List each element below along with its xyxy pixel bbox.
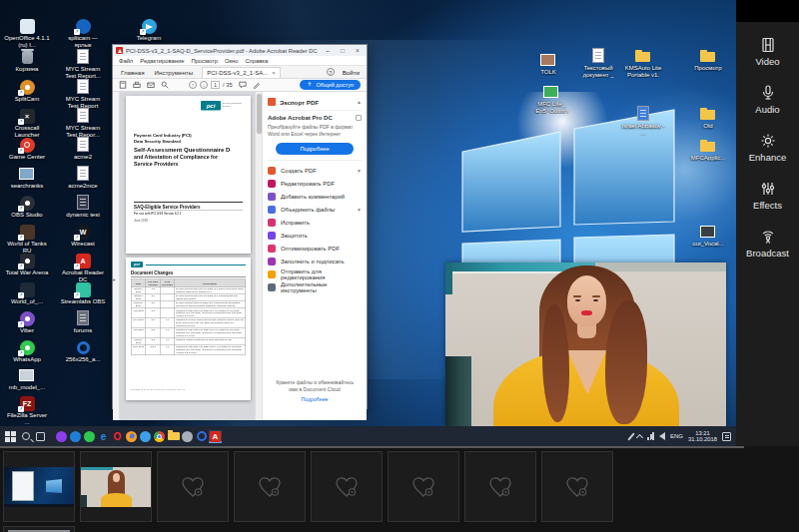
taskbar-search-icon[interactable] <box>22 432 30 440</box>
tab-document[interactable]: PCI-DSS-v3_2_1-SA... × <box>202 67 281 78</box>
desktop-icon[interactable]: acme2 <box>60 137 106 161</box>
desktop-icon[interactable]: ↗Telegram <box>126 18 172 42</box>
desktop-icon[interactable]: Текстовый документ _ <box>575 48 621 78</box>
close-button[interactable]: × <box>352 47 364 54</box>
desktop-icon[interactable]: OpenOffice 4.1.1 (ru) I... <box>4 18 50 48</box>
desktop-icon[interactable]: dynamic test <box>60 195 106 219</box>
desktop-icon[interactable]: Israel Abbasov - ... <box>620 106 666 136</box>
preset-cell-5-empty[interactable] <box>311 451 383 522</box>
desktop-icon[interactable]: ↗SplitCam <box>4 79 50 103</box>
sidebar-item-broadcast[interactable]: Broadcast <box>736 228 799 259</box>
acrobat-titlebar[interactable]: PCI-DSS-v3_2_1-SAQ-D_ServiceProvider.pdf… <box>113 45 367 56</box>
desktop-icon[interactable]: Корзина <box>4 49 50 73</box>
preset-cell-7-empty[interactable] <box>464 451 536 522</box>
tool-row[interactable]: Заполнить и подписать <box>268 255 362 267</box>
desktop-icon[interactable]: acme2mce <box>60 166 106 190</box>
share-button[interactable]: Общий доступ <box>300 80 361 90</box>
desktop-icon[interactable]: ↗Total War Arena <box>4 253 50 276</box>
desktop-icon[interactable]: ↗World of Tanks RU <box>4 224 50 254</box>
taskbar-app-firefox[interactable] <box>125 430 138 443</box>
webcam-overlay[interactable] <box>445 263 726 426</box>
desktop-icon[interactable]: searchranks <box>4 166 50 190</box>
desktop-icon[interactable]: 256x256_a... <box>60 339 106 363</box>
taskbar-app-chrome[interactable] <box>153 430 166 443</box>
main-video-preview[interactable]: OpenOffice 4.1.1 (ru) I...↗splitcam — яр… <box>0 0 736 446</box>
taskbar-app-loader[interactable] <box>195 430 208 443</box>
preset-cell-6-empty[interactable] <box>388 451 459 522</box>
desktop-icon[interactable]: ↗Viber <box>4 310 50 334</box>
desktop-icon[interactable]: MFC Life_ Ep5_Outing <box>528 84 574 114</box>
maximize-button[interactable]: □ <box>337 47 349 54</box>
save-icon[interactable] <box>119 81 127 89</box>
desktop-icon[interactable]: out_Vocal... <box>685 224 731 248</box>
start-button[interactable] <box>5 431 16 442</box>
menu-item[interactable]: Редактирование <box>140 58 184 64</box>
preset-cell-2-webcam[interactable] <box>80 451 152 522</box>
comment-icon[interactable] <box>239 81 247 89</box>
desktop-icon[interactable]: MYC Stream Test Report... <box>60 49 106 79</box>
desktop-icon[interactable]: A↗Acrobat Reader DC <box>60 253 106 282</box>
preset-cell-partial[interactable] <box>3 526 75 532</box>
tool-row[interactable]: Редактировать PDF <box>268 177 362 190</box>
task-view-icon[interactable] <box>36 432 45 441</box>
taskbar-app-gameloop[interactable] <box>55 430 68 443</box>
pen-tray-icon[interactable] <box>628 432 635 440</box>
tab-tools[interactable]: Инструменты <box>154 67 195 78</box>
page-number-input[interactable]: 1 <box>211 81 220 89</box>
taskbar-app-opera[interactable]: O <box>111 430 124 443</box>
tool-row[interactable]: Создать PDF▼ <box>268 164 362 177</box>
help-icon[interactable]: ? <box>327 68 335 76</box>
tab-home[interactable]: Главная <box>120 67 146 78</box>
taskbar-app-app-blue[interactable] <box>69 430 82 443</box>
tool-row[interactable]: Защитить <box>268 229 362 242</box>
desktop-icon[interactable]: Просмотр <box>685 48 731 72</box>
desktop-icon[interactable]: TOLK <box>525 52 571 76</box>
taskbar-app-explorer[interactable] <box>167 430 180 443</box>
tool-row[interactable]: Оптимизировать PDF <box>268 242 362 255</box>
language-indicator[interactable]: ENG <box>670 433 683 439</box>
tool-row[interactable]: Отправить для редактирования <box>268 267 362 280</box>
desktop-icon[interactable]: ↗OBS Studio <box>4 195 50 219</box>
taskbar-app-globe[interactable] <box>139 430 152 443</box>
print-icon[interactable] <box>133 81 141 89</box>
menu-item[interactable]: Просмотр <box>191 58 217 64</box>
pen-icon[interactable] <box>253 81 261 89</box>
desktop-icon[interactable]: ×↗Crosscall Launcher <box>4 108 50 138</box>
desktop-icon[interactable]: FZ↗FileZilla Server ... <box>4 395 50 425</box>
nav-pane-handle[interactable]: ▸ <box>113 92 120 420</box>
desktop-icon[interactable]: MYC Stream Test Report <box>60 79 106 109</box>
desktop-icon[interactable]: MFCApplic... <box>685 138 731 162</box>
sidebar-item-effects[interactable]: Effects <box>736 180 799 211</box>
desktop-icon[interactable]: ↗splitcam — ярлык <box>60 18 106 48</box>
preset-cell-8-empty[interactable] <box>541 451 613 522</box>
taskbar-app-app-gray[interactable] <box>181 430 194 443</box>
sidebar-item-audio[interactable]: Audio <box>736 84 799 115</box>
panel-footer-link[interactable]: Подробнее <box>271 396 359 403</box>
close-tab-icon[interactable]: × <box>272 70 276 76</box>
strip-scrollbar[interactable] <box>0 446 744 448</box>
desktop-icon[interactable]: mb_model_... <box>4 367 50 391</box>
sign-in-button[interactable]: Войти <box>343 69 360 76</box>
tool-row[interactable]: Добавить комментарий <box>268 190 362 203</box>
desktop-icon[interactable]: ↗World_of_... <box>4 281 50 305</box>
menu-item[interactable]: Окно <box>225 58 238 64</box>
promo-details-button[interactable]: Подробнее <box>276 143 354 155</box>
tool-row[interactable]: Дополнительные инструменты <box>268 280 362 293</box>
tool-row[interactable]: Объединить файлы▼ <box>268 203 362 216</box>
minimize-button[interactable]: – <box>322 47 334 54</box>
clock[interactable]: 13:21 31.10.2018 <box>688 430 717 443</box>
tool-row[interactable]: Исправить <box>268 216 362 229</box>
page-down-icon[interactable]: ↓ <box>200 81 208 89</box>
desktop-icon[interactable]: Old <box>685 106 731 130</box>
menu-item[interactable]: Справка <box>245 58 268 64</box>
page-up-icon[interactable]: ↑ <box>189 81 197 89</box>
desktop-icon[interactable]: KMSAuto Lite Portable v1. <box>620 48 666 78</box>
t ray-expand-icon[interactable] <box>636 433 643 440</box>
document-scrollbar[interactable] <box>255 92 262 420</box>
search-icon[interactable] <box>161 81 169 89</box>
desktop-icon[interactable]: ↗WhatsApp <box>4 339 50 363</box>
taskbar-app-acrobat[interactable]: A <box>209 430 222 443</box>
taskbar-app-whatsapp[interactable] <box>83 430 96 443</box>
export-pdf-row[interactable]: Экспорт PDF ▲ <box>268 96 362 111</box>
menu-item[interactable]: Файл <box>119 58 133 64</box>
